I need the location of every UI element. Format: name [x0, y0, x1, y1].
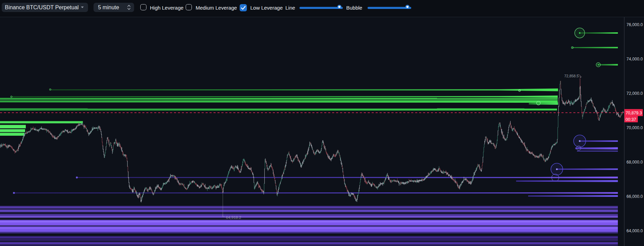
- svg-text:70,000.0: 70,000.0: [626, 125, 643, 130]
- svg-text:70,879.3: 70,879.3: [626, 111, 642, 115]
- svg-text:72,858.5: 72,858.5: [564, 74, 579, 78]
- svg-text:74,000.0: 74,000.0: [626, 57, 643, 62]
- svg-text:66,000.0: 66,000.0: [626, 194, 643, 199]
- svg-text:76,000.0: 76,000.0: [626, 22, 643, 27]
- svg-text:64,000.0: 64,000.0: [626, 228, 643, 233]
- svg-text:72,000.0: 72,000.0: [626, 91, 643, 96]
- svg-text:00:37: 00:37: [626, 117, 636, 122]
- svg-text:64,918.2: 64,918.2: [226, 215, 241, 220]
- svg-text:68,000.0: 68,000.0: [626, 160, 643, 165]
